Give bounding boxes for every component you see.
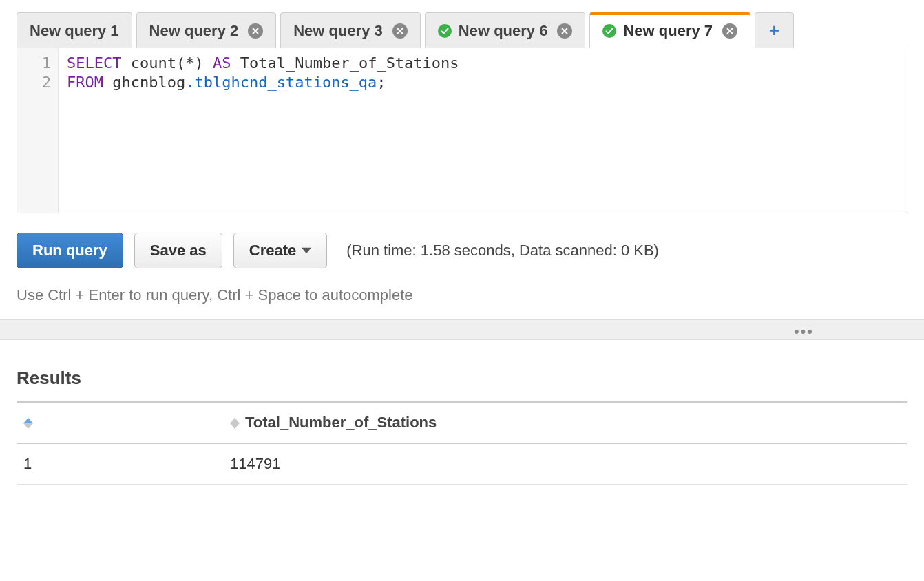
table-row: 1114791 (17, 443, 907, 485)
query-tab[interactable]: New query 7 (589, 12, 750, 48)
create-button[interactable]: Create (233, 233, 327, 268)
code-token: . (185, 74, 194, 91)
editor-code[interactable]: SELECT count(*) AS Total_Number_of_Stati… (59, 48, 907, 213)
code-token: Total_Number_of_Stations (240, 54, 459, 72)
tab-label: New query 7 (623, 22, 713, 40)
query-tab[interactable]: New query 3 (280, 12, 421, 48)
create-button-label: Create (249, 242, 296, 260)
tab-label: New query 3 (293, 22, 383, 40)
code-token (204, 54, 213, 72)
column-header[interactable]: Total_Number_of_Stations (223, 402, 907, 443)
save-as-button[interactable]: Save as (134, 233, 222, 268)
query-tab[interactable]: New query 2 (136, 12, 277, 48)
sort-icon (230, 417, 240, 430)
code-line: SELECT count(*) AS Total_Number_of_Stati… (67, 54, 899, 73)
query-tab[interactable]: New query 6 (425, 12, 586, 48)
line-number: 2 (17, 73, 51, 92)
query-tab[interactable]: New query 1 (17, 12, 132, 48)
run-info-text: (Run time: 1.58 seconds, Data scanned: 0… (346, 242, 659, 260)
cell: 114791 (223, 443, 907, 485)
plus-icon: + (769, 20, 779, 41)
row-index: 1 (17, 443, 223, 485)
tab-label: New query 1 (30, 22, 119, 40)
results-header-row: Total_Number_of_Stations (17, 402, 907, 443)
code-token: ; (377, 74, 386, 91)
code-token: SELECT (67, 54, 121, 72)
add-tab-button[interactable]: + (755, 12, 794, 48)
editor-gutter: 12 (17, 48, 59, 213)
results-body: 1114791 (17, 443, 907, 485)
results-resize-bar[interactable]: ••• (0, 319, 924, 340)
results-section: Results Total_Number_of_Stations 1114791 (0, 340, 924, 485)
run-query-button[interactable]: Run query (17, 233, 123, 268)
line-number: 1 (17, 54, 51, 73)
chevron-down-icon (302, 242, 311, 260)
close-icon[interactable] (248, 23, 263, 39)
code-token: ghcnblog (112, 74, 185, 91)
code-token: count(*) (131, 54, 204, 72)
code-token (103, 74, 112, 91)
tab-label: New query 6 (459, 22, 548, 40)
drag-handle-icon: ••• (794, 323, 814, 341)
sql-editor[interactable]: 12 SELECT count(*) AS Total_Number_of_St… (17, 48, 907, 213)
close-icon[interactable] (722, 23, 737, 39)
code-token (231, 54, 240, 72)
code-token: tblghcnd_stations_qa (194, 74, 377, 91)
editor-toolbar: Run query Save as Create (Run time: 1.58… (0, 213, 924, 274)
results-table: Total_Number_of_Stations 1114791 (17, 401, 907, 485)
check-circle-icon (438, 24, 452, 38)
close-icon[interactable] (392, 23, 408, 39)
code-token: AS (213, 54, 231, 72)
column-header[interactable] (17, 402, 223, 443)
check-circle-icon (602, 24, 616, 38)
sort-icon (23, 417, 33, 430)
results-title: Results (17, 368, 907, 389)
keyboard-hint: Use Ctrl + Enter to run query, Ctrl + Sp… (0, 274, 924, 319)
code-line: FROM ghcnblog.tblghcnd_stations_qa; (67, 73, 899, 92)
tab-label: New query 2 (149, 22, 239, 40)
code-token: FROM (67, 74, 103, 91)
close-icon[interactable] (557, 23, 572, 39)
query-tabs: New query 1New query 2New query 3New que… (0, 0, 924, 48)
code-token (121, 54, 130, 72)
column-label: Total_Number_of_Stations (245, 414, 437, 431)
